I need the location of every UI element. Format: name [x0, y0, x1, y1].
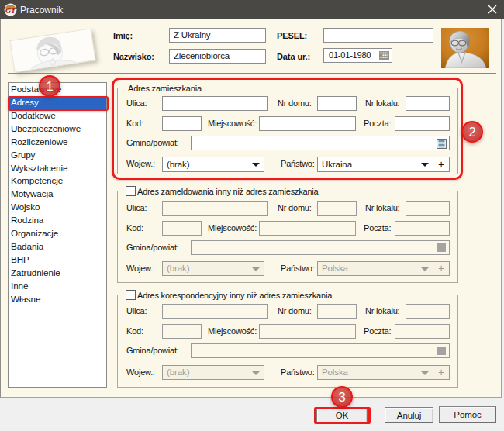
svg-text:GT: GT: [5, 6, 16, 15]
